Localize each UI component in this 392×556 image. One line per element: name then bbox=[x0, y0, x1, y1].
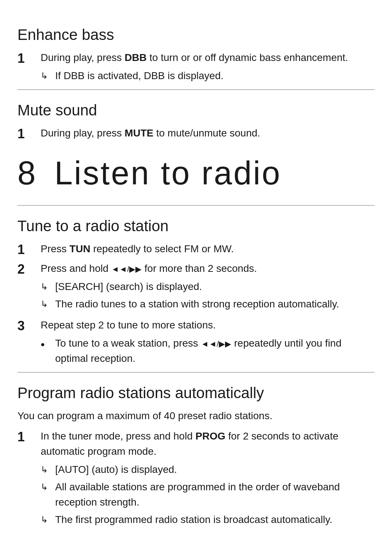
step-text-before: In the tuner mode, press and hold bbox=[41, 430, 196, 442]
sub-item: ↳ If DBB is activated, DBB is displayed. bbox=[41, 68, 375, 83]
section-divider bbox=[17, 372, 375, 373]
sub-list: ↳ If DBB is activated, DBB is displayed. bbox=[41, 68, 375, 83]
mute-sound-section: Mute sound 1 During play, press MUTE to … bbox=[17, 102, 375, 142]
step-text-before: During play, press bbox=[41, 52, 124, 63]
step-number: 2 bbox=[17, 261, 41, 277]
arrow-icon: ↳ bbox=[41, 479, 55, 494]
tune-radio-section: Tune to a radio station 1 Press TUN repe… bbox=[17, 217, 375, 368]
step-text-after: to turn or or off dynamic bass enhanceme… bbox=[147, 52, 348, 63]
step-content: Press TUN repeatedly to select FM or MW. bbox=[41, 241, 375, 257]
arrow-icon: ↳ bbox=[41, 462, 55, 476]
sub-content: The first programmed radio station is br… bbox=[55, 512, 375, 527]
step-key: TUN bbox=[69, 243, 90, 254]
step-content: Press and hold ◄◄/▶▶ for more than 2 sec… bbox=[41, 261, 375, 314]
step-text-before: Press and hold bbox=[41, 263, 111, 274]
mute-sound-title: Mute sound bbox=[17, 102, 375, 119]
chapter-8-section: 8Listen to radio bbox=[17, 155, 375, 192]
step-content: Repeat step 2 to tune to more stations. … bbox=[41, 318, 375, 368]
chapter-heading: 8Listen to radio bbox=[17, 155, 375, 192]
step-item: 1 During play, press DBB to turn or or o… bbox=[17, 50, 375, 86]
sub-item: ↳ [SEARCH] (search) is displayed. bbox=[41, 279, 375, 294]
sub-list: ↳ [SEARCH] (search) is displayed. ↳ The … bbox=[41, 279, 375, 312]
step-text: Repeat step 2 to tune to more stations. bbox=[41, 319, 216, 331]
chapter-number: 8 bbox=[17, 155, 37, 191]
step-text-after: to mute/unmute sound. bbox=[154, 127, 260, 139]
chapter-title: Listen to radio bbox=[54, 155, 281, 191]
enhance-bass-title: Enhance bass bbox=[17, 26, 375, 44]
step-content: In the tuner mode, press and hold PROG f… bbox=[41, 429, 375, 530]
step-item: 1 Press TUN repeatedly to select FM or M… bbox=[17, 241, 375, 257]
program-radio-steps: 1 In the tuner mode, press and hold PROG… bbox=[17, 429, 375, 530]
sub-content: If DBB is activated, DBB is displayed. bbox=[55, 68, 375, 83]
chapter-divider bbox=[17, 205, 375, 206]
mute-sound-steps: 1 During play, press MUTE to mute/unmute… bbox=[17, 126, 375, 142]
sub-item: ↳ The radio tunes to a station with stro… bbox=[41, 297, 375, 312]
bullet-icon: • bbox=[41, 336, 55, 353]
program-radio-title: Program radio stations automatically bbox=[17, 384, 375, 402]
sub-item: ↳ The first programmed radio station is … bbox=[41, 512, 375, 527]
sub-content: [SEARCH] (search) is displayed. bbox=[55, 279, 375, 294]
step-text-after: repeatedly to select FM or MW. bbox=[90, 243, 234, 254]
nav-icon: ◄◄/▶▶ bbox=[111, 265, 142, 274]
arrow-icon: ↳ bbox=[41, 68, 55, 82]
step-key: PROG bbox=[196, 430, 225, 442]
step-number: 3 bbox=[17, 318, 41, 334]
arrow-icon: ↳ bbox=[41, 279, 55, 293]
step-item: 1 In the tuner mode, press and hold PROG… bbox=[17, 429, 375, 530]
enhance-bass-steps: 1 During play, press DBB to turn or or o… bbox=[17, 50, 375, 86]
program-radio-intro: You can program a maximum of 40 preset r… bbox=[17, 408, 375, 424]
step-item: 3 Repeat step 2 to tune to more stations… bbox=[17, 318, 375, 368]
step-item: 2 Press and hold ◄◄/▶▶ for more than 2 s… bbox=[17, 261, 375, 314]
section-divider bbox=[17, 89, 375, 90]
step-text-before: Press bbox=[41, 243, 69, 254]
step-item: 1 During play, press MUTE to mute/unmute… bbox=[17, 126, 375, 142]
step-key: MUTE bbox=[124, 127, 153, 139]
arrow-icon: ↳ bbox=[41, 512, 55, 526]
arrow-icon: ↳ bbox=[41, 297, 55, 311]
sub-content: All available stations are programmed in… bbox=[55, 479, 375, 510]
sub-item: ↳ [AUTO] (auto) is displayed. bbox=[41, 462, 375, 477]
step-text-before: During play, press bbox=[41, 127, 124, 139]
enhance-bass-section: Enhance bass 1 During play, press DBB to… bbox=[17, 26, 375, 86]
step-content: During play, press MUTE to mute/unmute s… bbox=[41, 126, 375, 141]
sub-content: [AUTO] (auto) is displayed. bbox=[55, 462, 375, 477]
sub-list: • To tune to a weak station, press ◄◄/▶▶… bbox=[41, 336, 375, 366]
tune-radio-title: Tune to a radio station bbox=[17, 217, 375, 235]
step-number: 1 bbox=[17, 126, 41, 142]
step-key: DBB bbox=[124, 52, 147, 63]
nav-icon: ◄◄/▶▶ bbox=[201, 339, 232, 348]
step-text-after: for more than 2 seconds. bbox=[142, 263, 257, 274]
step-number: 1 bbox=[17, 241, 41, 257]
sub-text-before: To tune to a weak station, press bbox=[55, 338, 201, 349]
step-number: 1 bbox=[17, 50, 41, 66]
sub-content: To tune to a weak station, press ◄◄/▶▶ r… bbox=[55, 336, 375, 366]
sub-item: • To tune to a weak station, press ◄◄/▶▶… bbox=[41, 336, 375, 366]
program-radio-section: Program radio stations automatically You… bbox=[17, 384, 375, 530]
step-content: During play, press DBB to turn or or off… bbox=[41, 50, 375, 86]
tune-radio-steps: 1 Press TUN repeatedly to select FM or M… bbox=[17, 241, 375, 368]
step-number: 1 bbox=[17, 429, 41, 445]
sub-list: ↳ [AUTO] (auto) is displayed. ↳ All avai… bbox=[41, 462, 375, 527]
sub-content: The radio tunes to a station with strong… bbox=[55, 297, 375, 312]
sub-item: ↳ All available stations are programmed … bbox=[41, 479, 375, 510]
